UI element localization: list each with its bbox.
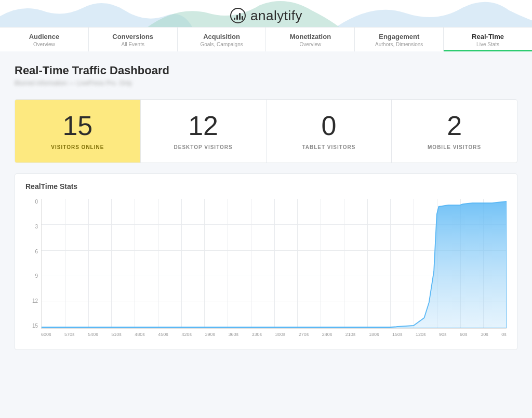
svg-rect-1 (234, 18, 235, 20)
svg-rect-4 (242, 16, 243, 20)
main-content: Real-Time Traffic Dashboard Blurred info… (0, 51, 532, 362)
stat-label-tablet: TABLET VISITORS (275, 144, 383, 150)
stat-label-mobile: MOBILE VISITORS (400, 144, 509, 150)
tab-conversions[interactable]: Conversions All Events (89, 28, 178, 51)
page-title: Real-Time Traffic Dashboard (15, 64, 517, 77)
stat-number-mobile: 2 (400, 112, 509, 139)
chart-title: RealTime Stats (25, 182, 507, 191)
stat-number-visitors: 15 (23, 112, 132, 139)
chart-fill (42, 201, 507, 328)
stat-label-visitors: VISITORS ONLINE (23, 144, 132, 150)
logo-area: analytify (0, 0, 532, 27)
header: analytify Audience Overview Conversions … (0, 0, 532, 51)
stat-visitors-online: 15 VISITORS ONLINE (15, 100, 141, 163)
stat-desktop-visitors: 12 DESKTOP VISITORS (141, 100, 267, 163)
chart-area (41, 199, 507, 329)
y-axis: 15 12 9 6 3 0 (25, 199, 40, 329)
tab-monetization[interactable]: Monetization Overview (266, 28, 355, 51)
tab-engagement[interactable]: Engagement Authors, Dimensions (355, 28, 444, 51)
logo-text: analytify (250, 8, 302, 24)
svg-rect-2 (236, 15, 238, 20)
x-axis: 600s 570s 540s 510s 480s 450s 420s 390s … (41, 330, 507, 344)
tab-acquisition[interactable]: Acquisition Goals, Campaigns (178, 28, 267, 51)
stat-label-desktop: DESKTOP VISITORS (149, 144, 258, 150)
tab-audience[interactable]: Audience Overview (0, 28, 89, 51)
stat-number-desktop: 12 (149, 112, 258, 139)
chart-container: 15 12 9 6 3 0 (25, 199, 507, 344)
nav-tabs: Audience Overview Conversions All Events… (0, 27, 532, 51)
stats-card: 15 VISITORS ONLINE 12 DESKTOP VISITORS 0… (15, 99, 517, 163)
chart-card: RealTime Stats 15 12 9 6 3 0 (15, 173, 517, 350)
tab-realtime[interactable]: Real-Time Live Stats (444, 28, 532, 51)
stat-number-tablet: 0 (275, 112, 383, 139)
stat-tablet-visitors: 0 TABLET VISITORS (267, 100, 392, 163)
page-subtitle: Blurred information — LivePress Pro. Onl… (15, 79, 517, 87)
svg-rect-3 (239, 13, 241, 20)
stat-mobile-visitors: 2 MOBILE VISITORS (392, 100, 517, 163)
chart-svg (42, 199, 507, 328)
logo-icon (230, 7, 246, 24)
